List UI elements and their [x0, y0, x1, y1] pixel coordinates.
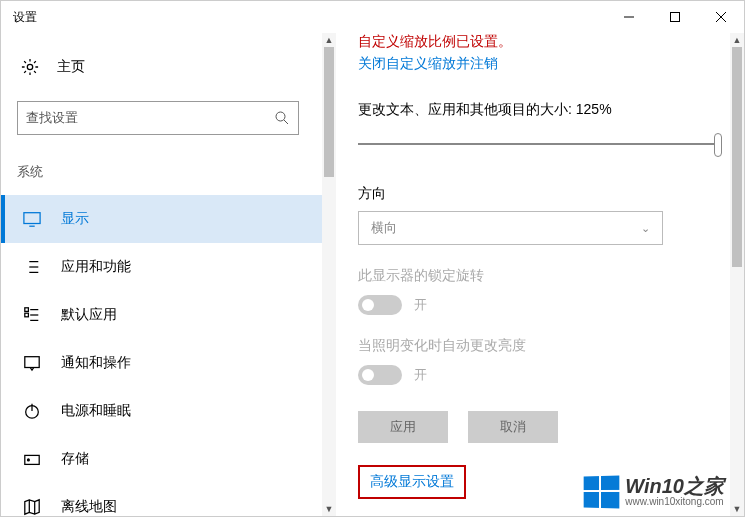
slider-track — [358, 143, 722, 145]
nav-apps[interactable]: 应用和功能 — [1, 243, 336, 291]
scale-label: 更改文本、应用和其他项目的大小: 125% — [358, 101, 722, 119]
scroll-up-icon[interactable]: ▲ — [322, 33, 336, 47]
nav-label: 电源和睡眠 — [61, 402, 131, 420]
watermark-text: Win10之家 — [625, 476, 724, 497]
notifications-icon — [23, 354, 41, 372]
orientation-select[interactable]: 横向 ⌄ — [358, 211, 663, 245]
svg-point-24 — [28, 459, 30, 461]
svg-rect-18 — [25, 308, 29, 312]
nav-storage[interactable]: 存储 — [1, 435, 336, 483]
slider-thumb[interactable] — [714, 133, 722, 157]
orientation-label: 方向 — [358, 185, 722, 203]
nav-display[interactable]: 显示 — [1, 195, 336, 243]
svg-rect-19 — [25, 313, 29, 317]
maximize-button[interactable] — [652, 1, 698, 33]
nav-label: 默认应用 — [61, 306, 117, 324]
svg-rect-20 — [25, 357, 39, 368]
scroll-down-icon[interactable]: ▼ — [730, 502, 744, 516]
rotation-lock-state: 开 — [414, 296, 427, 314]
titlebar: 设置 — [1, 1, 744, 33]
custom-scale-warning: 自定义缩放比例已设置。 — [358, 33, 722, 51]
main-scrollbar[interactable]: ▲ ▼ — [730, 33, 744, 516]
svg-rect-1 — [671, 13, 680, 22]
svg-point-5 — [276, 112, 285, 121]
list-icon — [23, 258, 41, 276]
nav-label: 应用和功能 — [61, 258, 131, 276]
main-panel: 自定义缩放比例已设置。 关闭自定义缩放并注销 更改文本、应用和其他项目的大小: … — [336, 33, 744, 516]
watermark: Win10之家 www.win10xitong.com — [583, 476, 724, 508]
scroll-up-icon[interactable]: ▲ — [730, 33, 744, 47]
search-input[interactable]: 查找设置 — [17, 101, 299, 135]
defaults-icon — [23, 306, 41, 324]
apply-button[interactable]: 应用 — [358, 411, 448, 443]
gear-icon — [21, 58, 39, 76]
search-icon — [274, 110, 290, 126]
auto-brightness-label: 当照明变化时自动更改亮度 — [358, 337, 722, 355]
advanced-link-highlight: 高级显示设置 — [358, 465, 466, 499]
windows-logo-icon — [584, 476, 620, 509]
map-icon — [23, 498, 41, 516]
orientation-value: 横向 — [371, 219, 397, 237]
nav-notifications[interactable]: 通知和操作 — [1, 339, 336, 387]
nav-offline-maps[interactable]: 离线地图 — [1, 483, 336, 517]
storage-icon — [23, 450, 41, 468]
auto-brightness-toggle[interactable] — [358, 365, 402, 385]
section-title: 系统 — [1, 163, 336, 181]
signout-link[interactable]: 关闭自定义缩放并注销 — [358, 55, 722, 73]
nav-label: 通知和操作 — [61, 354, 131, 372]
window-title: 设置 — [13, 9, 37, 26]
minimize-button[interactable] — [606, 1, 652, 33]
power-icon — [23, 402, 41, 420]
svg-line-6 — [284, 120, 288, 124]
advanced-display-link[interactable]: 高级显示设置 — [370, 473, 454, 491]
scrollbar-thumb[interactable] — [732, 47, 742, 267]
nav-power[interactable]: 电源和睡眠 — [1, 387, 336, 435]
chevron-down-icon: ⌄ — [641, 222, 650, 235]
close-button[interactable] — [698, 1, 744, 33]
window-controls — [606, 1, 744, 33]
nav-label: 存储 — [61, 450, 89, 468]
home-button[interactable]: 主页 — [1, 51, 336, 83]
scale-slider[interactable] — [358, 131, 722, 161]
scroll-down-icon[interactable]: ▼ — [322, 502, 336, 516]
auto-brightness-state: 开 — [414, 366, 427, 384]
nav-label: 离线地图 — [61, 498, 117, 516]
rotation-lock-label: 此显示器的锁定旋转 — [358, 267, 722, 285]
rotation-lock-toggle[interactable] — [358, 295, 402, 315]
nav-label: 显示 — [61, 210, 89, 228]
svg-rect-7 — [24, 213, 40, 224]
watermark-url: www.win10xitong.com — [625, 497, 724, 508]
search-placeholder: 查找设置 — [26, 109, 274, 127]
nav-default-apps[interactable]: 默认应用 — [1, 291, 336, 339]
monitor-icon — [23, 210, 41, 228]
cancel-button[interactable]: 取消 — [468, 411, 558, 443]
svg-point-4 — [27, 64, 32, 69]
scrollbar-thumb[interactable] — [324, 47, 334, 177]
home-label: 主页 — [57, 58, 85, 76]
sidebar-scrollbar[interactable]: ▲ ▼ — [322, 33, 336, 516]
sidebar: 主页 查找设置 系统 显示 应用和功能 默认应用 通知和操作 电源和睡眠 — [1, 33, 336, 516]
